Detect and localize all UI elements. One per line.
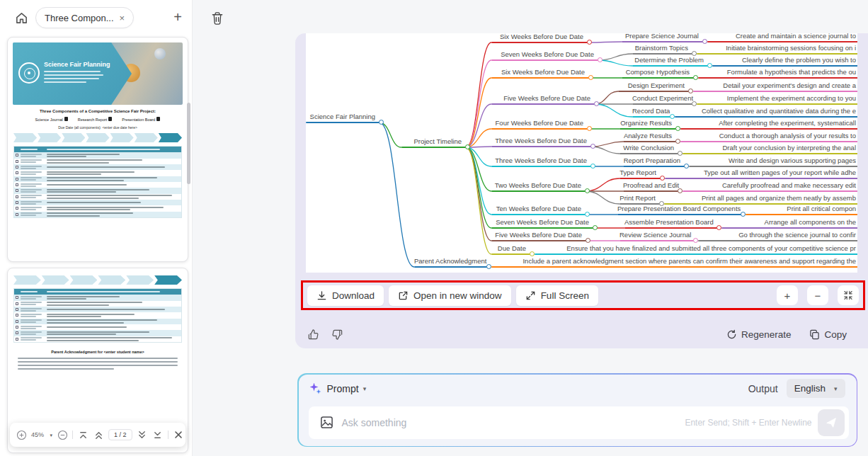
- mindmap-node-line: [693, 91, 857, 92]
- mindmap-description-label: Carefully proofread and make necessary e…: [683, 181, 856, 190]
- mindmap-toggle-circle[interactable]: [465, 144, 470, 149]
- thumbnail-table-row: [14, 152, 181, 159]
- jump-to-bottom-icon: [153, 431, 162, 440]
- next-page-button[interactable]: [137, 429, 148, 440]
- mindmap-node-label: Three Weeks Before Due Date: [491, 137, 587, 145]
- mindmap-node-line: [491, 42, 588, 43]
- mindmap-toggle-circle[interactable]: [675, 139, 680, 144]
- mindmap-toggle-circle[interactable]: [692, 51, 697, 56]
- mindmap-toggle-circle[interactable]: [707, 63, 712, 68]
- close-pager-button[interactable]: [173, 429, 184, 440]
- mindmap-toggle-circle[interactable]: [684, 164, 689, 169]
- mindmap-description-label: Print all critical compon: [746, 205, 856, 213]
- message-input[interactable]: Ask something Enter Send; Shift + Enter …: [309, 406, 849, 439]
- mindmap-toggle-circle[interactable]: [678, 188, 683, 193]
- mindmap-toggle-circle[interactable]: [586, 238, 590, 243]
- mindmap-toggle-circle[interactable]: [670, 114, 675, 119]
- mindmap-toggle-circle[interactable]: [590, 164, 595, 169]
- mindmap-node-line: [632, 116, 670, 118]
- mindmap-node-label: Review Science Journal: [619, 231, 690, 239]
- mindmap-node-line: [491, 190, 586, 192]
- last-page-button[interactable]: [152, 429, 164, 440]
- paragraph-line: [18, 365, 178, 366]
- thumbs-down-button[interactable]: [331, 329, 343, 341]
- mindmap-toggle-circle[interactable]: [675, 126, 680, 131]
- mindmap-toggle-circle[interactable]: [585, 188, 590, 193]
- mindmap-toggle-circle[interactable]: [741, 212, 746, 217]
- copy-button[interactable]: Copy: [809, 329, 847, 340]
- sidebar-scrollbar[interactable]: [187, 103, 190, 184]
- home-button[interactable]: [13, 9, 30, 26]
- paragraph-line: [18, 358, 178, 359]
- page-1-thumbnail[interactable]: Science Fair Planning Three Components o…: [7, 37, 188, 262]
- mindmap-description-label: Create and maintain a science journal to: [707, 33, 856, 40]
- mindmap-toggle-circle[interactable]: [590, 144, 595, 149]
- mindmap-toggle-circle[interactable]: [688, 89, 693, 93]
- thumbnail-table-row: [14, 330, 181, 336]
- full-screen-button[interactable]: Full Screen: [516, 285, 598, 306]
- chevron-step: [135, 133, 158, 142]
- mindmap-link: [595, 104, 632, 117]
- zoom-out-button[interactable]: [57, 429, 68, 440]
- document-tab[interactable]: Three Compon... ×: [35, 7, 134, 28]
- mindmap-zoom-out-button[interactable]: −: [807, 285, 828, 305]
- mindmap-node-label: Due Date: [491, 244, 526, 253]
- page2-ack-paragraph: [18, 358, 178, 370]
- mindmap-toggle-circle[interactable]: [587, 40, 592, 45]
- mindmap-link: [466, 147, 491, 191]
- send-button[interactable]: [818, 409, 845, 436]
- mindmap-link: [586, 191, 619, 204]
- mindmap-toggle-circle[interactable]: [587, 126, 592, 131]
- mindmap-zoom-in-button[interactable]: +: [777, 285, 798, 305]
- new-tab-button[interactable]: +: [173, 9, 182, 25]
- mindmap-node-line: [689, 166, 857, 167]
- zoom-in-button[interactable]: [16, 429, 27, 440]
- mindmap-toggle-circle[interactable]: [660, 176, 665, 181]
- mindmap-toggle-circle[interactable]: [379, 120, 384, 125]
- mindmap-toggle-circle[interactable]: [598, 57, 603, 62]
- language-dropdown[interactable]: English ▾: [787, 379, 845, 398]
- mindmap-toggle-circle[interactable]: [693, 75, 698, 80]
- image-upload-icon[interactable]: [320, 416, 333, 429]
- mindmap-toggle-circle[interactable]: [702, 39, 707, 44]
- mindmap-toggle-circle[interactable]: [716, 225, 721, 230]
- chevron-step: [110, 133, 134, 142]
- mindmap-node-label: Compose Hypothesis: [622, 68, 690, 76]
- prev-page-button[interactable]: [93, 429, 104, 440]
- page-indicator[interactable]: 1 / 2: [108, 429, 132, 440]
- download-icon: [316, 290, 327, 301]
- mindmap-node-label: Prepare Science Journal: [622, 33, 699, 40]
- mindmap-toggle-circle[interactable]: [530, 251, 535, 256]
- page1-banner: Science Fair Planning: [13, 42, 183, 105]
- mindmap-toggle-circle[interactable]: [692, 101, 697, 106]
- tab-close-icon[interactable]: ×: [120, 13, 125, 23]
- mindmap-node-label: Organize Results: [619, 119, 672, 127]
- open-in-new-window-button[interactable]: Open in new window: [389, 285, 511, 306]
- mindmap-link: [466, 60, 491, 147]
- regenerate-button[interactable]: Regenerate: [726, 329, 792, 340]
- prompt-dropdown[interactable]: Prompt: [327, 383, 359, 394]
- mindmap-description-label: After completing the experiment, systema…: [680, 119, 856, 127]
- first-page-button[interactable]: [77, 429, 88, 440]
- mindmap-toggle-circle[interactable]: [593, 225, 598, 230]
- mindmap-node-line: [680, 141, 857, 142]
- mindmap-toggle-circle[interactable]: [486, 264, 491, 269]
- fit-to-screen-button[interactable]: [838, 285, 859, 305]
- mindmap-node-line: [707, 41, 857, 42]
- chevron-step: [13, 133, 37, 142]
- download-button[interactable]: Download: [307, 285, 384, 306]
- mindmap-toggle-circle[interactable]: [693, 238, 698, 243]
- mindmap-link: [586, 178, 619, 191]
- mindmap-toggle-circle[interactable]: [588, 75, 593, 80]
- mindmap-toggle-circle[interactable]: [678, 151, 683, 156]
- mindmap-toggle-circle[interactable]: [585, 212, 590, 217]
- mindmap-description-label: Ensure that you have finalized and submi…: [535, 244, 856, 253]
- mindmap-node-label: Seven Weeks Before Due Date: [491, 218, 589, 227]
- mindmap-toggle-circle[interactable]: [594, 101, 599, 106]
- mindmap-canvas[interactable]: Science Fair PlanningProject TimelinePar…: [306, 33, 857, 273]
- page1-due-line: Due Date (all components): <enter due da…: [8, 125, 188, 130]
- thumbs-up-button[interactable]: [307, 329, 319, 341]
- delete-conversation-button[interactable]: [211, 11, 225, 25]
- zoom-level[interactable]: 45%: [31, 431, 44, 438]
- mindmap-node-label: Brainstorm Topics: [632, 44, 688, 52]
